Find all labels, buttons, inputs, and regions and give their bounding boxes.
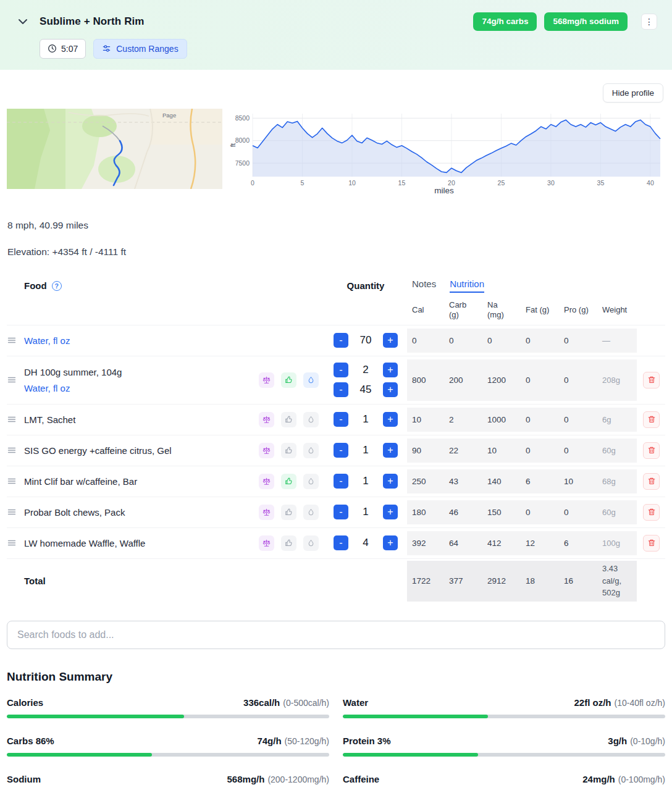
drag-handle[interactable] xyxy=(7,507,24,517)
total-weight: 3.43 cal/g, 502g xyxy=(597,561,637,602)
quantity-stepper: -45+ xyxy=(334,382,398,397)
quantity-value[interactable]: 2 xyxy=(348,364,383,376)
delete-row-button[interactable] xyxy=(643,442,660,459)
drag-handle[interactable] xyxy=(7,375,24,385)
nutrition-carb: 22 xyxy=(444,439,482,463)
decrease-quantity-button[interactable]: - xyxy=(334,363,348,377)
trash-icon xyxy=(647,477,656,485)
droplet-icon-button[interactable] xyxy=(303,412,319,427)
nutrition-pro: 10 xyxy=(559,469,597,493)
delete-row-button[interactable] xyxy=(643,372,660,388)
quantity-stepper: -1+ xyxy=(334,443,398,458)
food-name[interactable]: Water, fl oz xyxy=(24,335,70,346)
drag-handle[interactable] xyxy=(7,414,24,424)
sliders-icon xyxy=(102,44,111,53)
col-header-carb: Carb (g) xyxy=(444,300,482,321)
svg-text:miles: miles xyxy=(434,186,454,195)
food-name: LMT, Sachet xyxy=(24,414,75,425)
thumbs-up-icon-button[interactable] xyxy=(281,372,296,388)
route-map-thumbnail[interactable]: Page xyxy=(7,109,222,189)
nutrition-weight: 60g xyxy=(597,439,637,463)
nutrition-na: 0 xyxy=(482,329,521,353)
carbs-rate-badge: 74g/h carbs xyxy=(473,12,537,31)
delete-row-button[interactable] xyxy=(643,535,660,552)
drag-handle-icon xyxy=(7,476,17,486)
decrease-quantity-button[interactable]: - xyxy=(334,535,348,550)
thumbs-up-icon-button[interactable] xyxy=(281,535,296,551)
delete-row-button[interactable] xyxy=(643,411,660,428)
decrease-quantity-button[interactable]: - xyxy=(334,412,348,427)
quantity-value[interactable]: 1 xyxy=(348,413,383,426)
food-row: LMT, Sachet-1+1021000006g xyxy=(7,405,665,435)
duration-pill[interactable]: 5:07 xyxy=(40,39,86,59)
quantity-value[interactable]: 4 xyxy=(348,537,383,549)
quantity-value[interactable]: 1 xyxy=(348,475,383,487)
custom-ranges-button[interactable]: Custom Ranges xyxy=(93,39,187,59)
decrease-quantity-button[interactable]: - xyxy=(334,333,348,348)
thumbs-up-icon-button[interactable] xyxy=(281,505,296,520)
increase-quantity-button[interactable]: + xyxy=(383,333,398,348)
quantity-value[interactable]: 45 xyxy=(348,384,383,396)
increase-quantity-button[interactable]: + xyxy=(383,382,398,397)
droplet-icon-button[interactable] xyxy=(303,505,319,520)
droplet-icon-button[interactable] xyxy=(303,372,319,388)
scale-icon-button[interactable] xyxy=(259,372,274,388)
drag-handle[interactable] xyxy=(7,476,24,486)
quantity-stepper: -1+ xyxy=(334,505,398,519)
food-name: Mint Clif bar w/caffeine, Bar xyxy=(24,476,137,487)
food-actions xyxy=(255,372,324,388)
thumbs-up-icon-button[interactable] xyxy=(281,412,296,427)
nutrition-na: 10 xyxy=(482,439,521,463)
metric-progress-bar xyxy=(7,715,329,718)
quantity-value[interactable]: 1 xyxy=(348,506,383,518)
decrease-quantity-button[interactable]: - xyxy=(334,443,348,458)
decrease-quantity-button[interactable]: - xyxy=(334,382,348,397)
increase-quantity-button[interactable]: + xyxy=(383,443,398,458)
drag-handle[interactable] xyxy=(7,445,24,455)
decrease-quantity-button[interactable]: - xyxy=(334,474,348,489)
drag-handle[interactable] xyxy=(7,538,24,548)
droplet-icon-button[interactable] xyxy=(303,535,319,551)
trash-icon xyxy=(647,376,656,384)
decrease-quantity-button[interactable]: - xyxy=(334,505,348,519)
scale-icon-button[interactable] xyxy=(259,505,274,520)
help-icon[interactable]: ? xyxy=(52,281,62,291)
food-actions xyxy=(255,474,324,489)
hide-profile-button[interactable]: Hide profile xyxy=(603,83,663,103)
total-label: Total xyxy=(24,576,46,586)
search-foods-input[interactable] xyxy=(7,621,665,649)
scale-icon-button[interactable] xyxy=(259,474,274,489)
thumbs-up-icon-button[interactable] xyxy=(281,443,296,458)
thumbs-up-icon-button[interactable] xyxy=(281,474,296,489)
quantity-value[interactable]: 1 xyxy=(348,444,383,456)
droplet-icon-button[interactable] xyxy=(303,474,319,489)
collapse-chevron-icon[interactable] xyxy=(15,14,31,30)
scale-icon-button[interactable] xyxy=(259,535,274,551)
more-menu-button[interactable]: ⋮ xyxy=(641,14,657,30)
tab-notes[interactable]: Notes xyxy=(412,279,436,293)
food-row: Probar Bolt chews, Pack-1+180461500060g xyxy=(7,497,665,528)
nutrition-fat: 0 xyxy=(521,329,559,353)
quantity-cell: -1+ xyxy=(324,474,407,489)
delete-row-button[interactable] xyxy=(643,473,660,490)
droplet-icon-button[interactable] xyxy=(303,443,319,458)
increase-quantity-button[interactable]: + xyxy=(383,474,398,489)
increase-quantity-button[interactable]: + xyxy=(383,505,398,519)
drag-handle[interactable] xyxy=(7,335,24,345)
scale-icon xyxy=(262,446,271,455)
svg-text:8000: 8000 xyxy=(235,136,250,144)
food-column-header: Food xyxy=(24,280,47,291)
tab-nutrition[interactable]: Nutrition xyxy=(450,279,484,293)
quantity-value[interactable]: 70 xyxy=(348,334,383,346)
increase-quantity-button[interactable]: + xyxy=(383,535,398,550)
thumbs-up-icon xyxy=(285,415,293,424)
food-name[interactable]: Water, fl oz xyxy=(24,383,70,393)
scale-icon-button[interactable] xyxy=(259,412,274,427)
nutrition-weight: 68g xyxy=(597,469,637,493)
increase-quantity-button[interactable]: + xyxy=(383,412,398,427)
delete-row-button[interactable] xyxy=(643,504,660,521)
food-row: LW homemade Waffle, Waffle-4+39264412126… xyxy=(7,528,665,559)
increase-quantity-button[interactable]: + xyxy=(383,363,398,377)
quantity-cell: -70+ xyxy=(324,333,407,348)
scale-icon-button[interactable] xyxy=(259,443,274,458)
